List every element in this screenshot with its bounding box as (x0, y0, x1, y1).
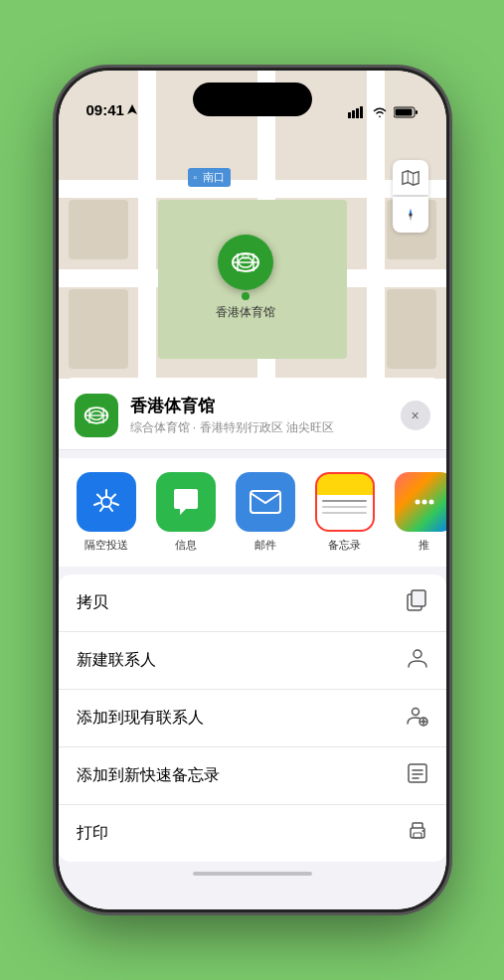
signal-icon (348, 106, 366, 118)
action-print[interactable]: 打印 (59, 805, 446, 862)
share-notes[interactable]: 备忘录 (313, 472, 377, 553)
venue-info: 香港体育馆 综合体育馆 · 香港特别行政区 油尖旺区 (130, 395, 401, 436)
map-block (69, 289, 128, 369)
map-icon (402, 169, 420, 187)
share-more[interactable]: 推 (393, 472, 446, 553)
action-list: 拷贝 新建联系人 (59, 574, 446, 862)
message-label: 信息 (175, 538, 197, 553)
mail-label: 邮件 (254, 538, 276, 553)
bottom-sheet: 香港体育馆 综合体育馆 · 香港特别行政区 油尖旺区 × (59, 378, 446, 909)
mail-symbol (249, 489, 282, 515)
airdrop-symbol (91, 487, 121, 517)
wifi-icon (372, 106, 388, 118)
svg-point-22 (421, 500, 426, 505)
print-symbol (407, 820, 428, 842)
add-existing-label: 添加到现有联系人 (77, 708, 204, 729)
svg-rect-5 (416, 110, 418, 114)
venue-description: 综合体育馆 · 香港特别行政区 油尖旺区 (130, 419, 401, 436)
more-icon (395, 472, 446, 532)
print-label: 打印 (77, 823, 108, 844)
map-type-button[interactable] (393, 160, 428, 196)
map-controls (393, 160, 428, 233)
battery-icon (394, 106, 419, 118)
svg-point-23 (428, 500, 433, 505)
new-contact-icon (407, 647, 428, 674)
notes-label: 备忘录 (328, 538, 361, 553)
svg-rect-1 (352, 110, 355, 118)
copy-symbol (407, 589, 428, 611)
location-arrow-icon (127, 104, 137, 116)
notes-icon (315, 472, 375, 532)
svg-rect-31 (409, 764, 426, 782)
pin-dot (242, 292, 250, 300)
map-block (387, 289, 436, 369)
svg-rect-25 (412, 590, 425, 606)
notes-line-1 (322, 500, 367, 502)
status-time: 09:41 (86, 101, 137, 118)
venue-logo (75, 394, 118, 437)
add-existing-icon (407, 705, 428, 732)
share-row: 隔空投送 信息 (59, 458, 446, 567)
close-button[interactable]: × (401, 401, 430, 430)
notes-line-2 (322, 506, 367, 508)
venue-pin[interactable]: 香港体育馆 (216, 235, 275, 321)
mail-icon (236, 472, 295, 532)
print-icon (407, 820, 428, 847)
svg-point-21 (415, 500, 420, 505)
phone-frame: 09:41 (59, 71, 446, 909)
person-add-symbol (407, 705, 428, 727)
location-button[interactable] (393, 197, 428, 233)
svg-rect-6 (395, 109, 412, 116)
svg-point-19 (101, 497, 111, 507)
notes-lines (322, 500, 367, 514)
action-copy[interactable]: 拷贝 (59, 574, 446, 632)
quick-note-symbol (407, 762, 428, 784)
message-icon (156, 472, 216, 532)
share-mail[interactable]: 邮件 (234, 472, 297, 553)
map-block (69, 200, 128, 259)
add-notes-label: 添加到新快速备忘录 (77, 765, 220, 786)
venue-stadium-icon (83, 402, 110, 429)
add-notes-icon (407, 762, 428, 789)
svg-rect-0 (348, 112, 351, 118)
person-symbol (407, 647, 428, 669)
share-message[interactable]: 信息 (154, 472, 218, 553)
time-display: 09:41 (86, 101, 124, 118)
share-airdrop[interactable]: 隔空投送 (75, 472, 138, 553)
svg-point-37 (421, 830, 423, 832)
airdrop-label: 隔空投送 (84, 538, 128, 553)
pin-label-text: 香港体育馆 (216, 304, 275, 321)
action-new-contact[interactable]: 新建联系人 (59, 632, 446, 690)
pin-icon (218, 235, 273, 290)
stadium-icon (230, 246, 261, 278)
notes-line-3 (322, 512, 367, 514)
copy-icon (407, 589, 428, 616)
compass-icon (403, 207, 419, 223)
svg-point-27 (412, 709, 419, 716)
home-indicator-area (59, 862, 446, 876)
new-contact-label: 新建联系人 (77, 650, 156, 671)
dynamic-island (193, 82, 312, 116)
svg-rect-2 (356, 108, 359, 118)
close-icon: × (411, 408, 419, 423)
copy-label: 拷贝 (77, 592, 108, 613)
venue-name: 香港体育馆 (130, 395, 401, 417)
more-label: 推 (419, 538, 429, 553)
home-indicator (193, 872, 312, 876)
action-add-existing[interactable]: 添加到现有联系人 (59, 690, 446, 747)
action-add-notes[interactable]: 添加到新快速备忘录 (59, 747, 446, 805)
airdrop-icon (77, 472, 136, 532)
svg-rect-3 (360, 106, 363, 118)
sheet-header: 香港体育馆 综合体育馆 · 香港特别行政区 油尖旺区 × (59, 378, 446, 450)
svg-point-7 (409, 213, 412, 216)
map-road (59, 180, 446, 198)
message-symbol (170, 487, 202, 517)
map-entrance-text: 南口 (203, 171, 225, 183)
more-symbol (411, 488, 438, 516)
svg-point-26 (414, 650, 421, 658)
status-icons (348, 106, 419, 118)
map-entrance-label: ▫ 南口 (188, 168, 232, 187)
